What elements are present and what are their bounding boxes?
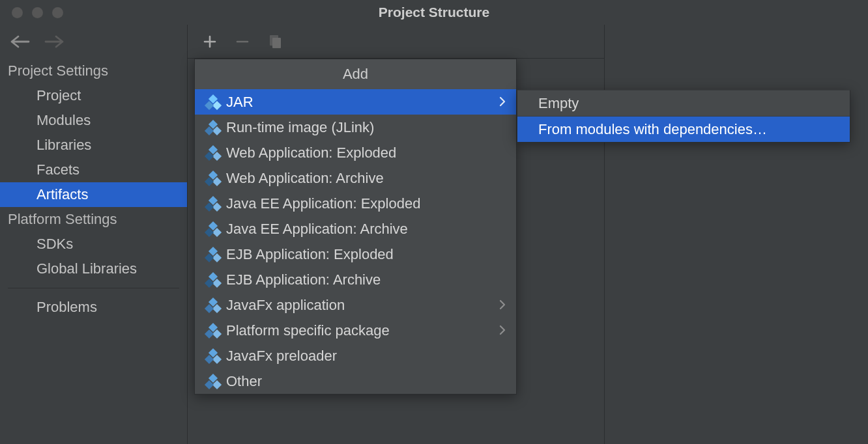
menu-item-runtime-image-jlink[interactable]: Run-time image (JLink) [195,115,516,140]
menu-item-label: Platform specific package [226,322,499,339]
chevron-right-icon [499,297,506,314]
sidebar-item-global-libraries[interactable]: Global Libraries [0,257,187,281]
submenu-item-from-modules-with-dependencies[interactable]: From modules with dependencies… [517,117,850,142]
sidebar-item-modules[interactable]: Modules [0,108,187,133]
menu-item-javaee-app-exploded[interactable]: Java EE Application: Exploded [195,191,516,216]
menu-item-label: EJB Application: Exploded [226,246,506,263]
menu-item-javaee-app-archive[interactable]: Java EE Application: Archive [195,216,516,242]
menu-item-label: Empty [529,95,839,112]
forward-button[interactable] [44,35,64,48]
add-artifact-menu: Add JAR Run-time image (JLink) Web Appli… [194,59,517,395]
menu-item-label: Web Application: Archive [226,170,506,187]
menu-item-label: Web Application: Exploded [226,145,506,161]
chevron-right-icon [499,94,506,111]
artifact-icon [207,223,226,236]
sidebar-item-sdks[interactable]: SDKs [0,232,187,257]
artifact-icon [207,146,226,160]
menu-item-label: JavaFx application [226,297,499,314]
artifact-icon [207,121,226,134]
history-nav [0,25,187,59]
submenu-item-empty[interactable]: Empty [517,90,850,116]
section-title: Project Settings [0,59,187,83]
menu-item-label: Java EE Application: Exploded [226,195,506,212]
menu-item-jar[interactable]: JAR [195,89,516,115]
artifact-detail-pane [605,25,868,444]
artifact-icon [207,248,226,261]
menu-item-label: Other [226,373,506,390]
artifact-icon [207,324,226,337]
menu-item-label: EJB Application: Archive [226,271,506,288]
titlebar: Project Structure [0,0,868,25]
menu-item-ejb-app-archive[interactable]: EJB Application: Archive [195,267,516,292]
sidebar-item-problems[interactable]: Problems [0,295,187,320]
artifact-icon [207,299,226,312]
sidebar-separator [8,288,179,288]
window-title: Project Structure [0,5,868,20]
menu-item-javafx-preloader[interactable]: JavaFx preloader [195,343,516,368]
menu-item-ejb-app-exploded[interactable]: EJB Application: Exploded [195,242,516,267]
jar-submenu: Empty From modules with dependencies… [517,90,850,143]
artifacts-list-pane: Add JAR Run-time image (JLink) Web Appli… [188,25,605,444]
menu-item-web-app-exploded[interactable]: Web Application: Exploded [195,140,516,165]
sidebar-item-facets[interactable]: Facets [0,158,187,182]
minimize-window-button[interactable] [32,7,43,18]
menu-item-label: Run-time image (JLink) [226,119,506,136]
artifacts-toolbar [188,25,604,59]
menu-item-web-app-archive[interactable]: Web Application: Archive [195,165,516,191]
remove-artifact-button[interactable] [236,35,249,48]
workspace: Project Settings Project Modules Librari… [0,25,868,444]
right-area: Add JAR Run-time image (JLink) Web Appli… [188,25,868,444]
sidebar-section-platform-settings: Platform Settings SDKs Global Libraries [0,207,187,281]
menu-item-platform-specific-package[interactable]: Platform specific package [195,318,516,343]
back-button[interactable] [10,35,30,48]
zoom-window-button[interactable] [52,7,63,18]
close-window-button[interactable] [12,7,23,18]
artifact-icon [207,172,226,185]
artifact-icon [207,197,226,210]
sidebar-section-project-settings: Project Settings Project Modules Librari… [0,59,187,207]
menu-item-label: JavaFx preloader [226,348,506,365]
menu-item-javafx-application[interactable]: JavaFx application [195,292,516,318]
menu-item-label: Java EE Application: Archive [226,221,506,238]
window-controls [0,7,63,18]
sidebar: Project Settings Project Modules Librari… [0,25,188,444]
sidebar-item-libraries[interactable]: Libraries [0,133,187,158]
menu-item-other[interactable]: Other [195,368,516,394]
copy-artifact-button[interactable] [268,35,282,49]
svg-rect-1 [272,38,281,48]
artifact-icon [207,273,226,286]
artifact-icon [207,350,226,363]
menu-title: Add [195,59,516,89]
chevron-right-icon [499,322,506,339]
artifact-icon [207,375,226,388]
artifact-icon [207,96,226,109]
menu-item-label: JAR [226,94,499,111]
menu-item-label: From modules with dependencies… [529,121,839,138]
add-artifact-button[interactable] [203,35,216,48]
sidebar-item-artifacts[interactable]: Artifacts [0,182,187,207]
sidebar-item-project[interactable]: Project [0,83,187,108]
section-title: Platform Settings [0,207,187,232]
